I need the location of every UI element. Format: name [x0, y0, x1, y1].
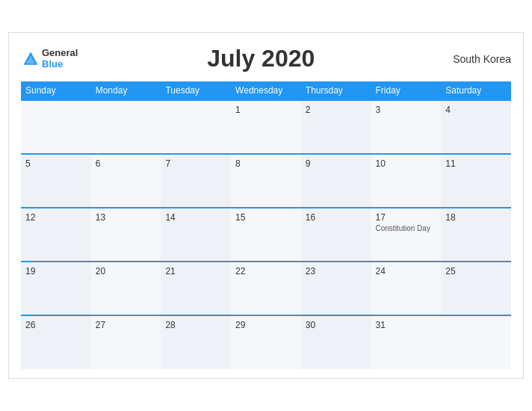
calendar-table: Sunday Monday Tuesday Wednesday Thursday…	[21, 81, 511, 369]
day-number: 7	[165, 158, 226, 169]
day-number: 13	[96, 212, 157, 223]
day-number: 17	[376, 212, 437, 223]
logo-text: General Blue	[42, 48, 78, 69]
day-number: 3	[376, 105, 437, 115]
calendar-day-cell: 8	[231, 154, 301, 208]
day-number: 31	[376, 320, 437, 330]
calendar-day-cell: 5	[21, 154, 91, 208]
header-tuesday: Tuesday	[161, 81, 231, 100]
header-monday: Monday	[91, 81, 161, 100]
day-number: 19	[25, 266, 87, 276]
calendar-day-cell: 20	[91, 262, 161, 315]
calendar-day-cell: 26	[21, 315, 91, 369]
calendar-day-cell: 24	[371, 262, 442, 315]
logo-blue-label: Blue	[42, 59, 78, 69]
day-number: 9	[306, 158, 367, 169]
day-number: 18	[445, 212, 507, 223]
day-number: 2	[306, 105, 367, 115]
day-number: 16	[306, 212, 367, 223]
header-friday: Friday	[371, 81, 442, 100]
day-number: 5	[25, 158, 87, 169]
calendar-day-cell: 21	[161, 262, 231, 315]
calendar-country: South Korea	[444, 53, 511, 65]
calendar-header: General Blue July 2020 South Korea	[21, 45, 511, 72]
day-number: 25	[445, 266, 507, 276]
day-number: 24	[376, 266, 437, 276]
calendar-week-row: 262728293031	[21, 315, 511, 369]
day-number: 23	[306, 266, 367, 276]
calendar-thead: Sunday Monday Tuesday Wednesday Thursday…	[21, 81, 511, 100]
day-number: 20	[96, 266, 157, 276]
logo-general-label: General	[42, 48, 78, 58]
calendar-day-cell: 3	[371, 100, 442, 154]
day-number: 28	[165, 320, 226, 330]
header-saturday: Saturday	[441, 81, 511, 100]
calendar-day-cell: 10	[371, 154, 442, 208]
day-number: 30	[306, 320, 367, 330]
calendar-day-cell: 19	[21, 262, 91, 315]
calendar-container: General Blue July 2020 South Korea Sunda…	[8, 32, 524, 379]
day-number: 4	[445, 105, 507, 115]
day-number: 29	[235, 320, 297, 330]
calendar-day-cell: 27	[91, 315, 161, 369]
day-number: 21	[165, 266, 226, 276]
calendar-tbody: 1234567891011121314151617Constitution Da…	[21, 100, 511, 369]
calendar-day-cell: 28	[161, 315, 231, 369]
calendar-week-row: 1234	[21, 100, 511, 154]
calendar-day-cell: 11	[441, 154, 511, 208]
day-number: 1	[235, 105, 297, 115]
day-number: 8	[235, 158, 297, 169]
calendar-day-cell	[21, 100, 91, 154]
day-number: 27	[96, 320, 157, 330]
logo: General Blue	[21, 48, 78, 69]
day-number: 10	[376, 158, 437, 169]
weekday-header-row: Sunday Monday Tuesday Wednesday Thursday…	[21, 81, 511, 100]
calendar-day-cell: 18	[441, 208, 511, 262]
calendar-day-cell: 29	[231, 315, 301, 369]
header-sunday: Sunday	[21, 81, 91, 100]
day-event: Constitution Day	[376, 224, 437, 232]
day-number: 6	[96, 158, 157, 169]
calendar-title: July 2020	[78, 45, 444, 72]
calendar-day-cell: 30	[301, 315, 371, 369]
calendar-day-cell: 23	[301, 262, 371, 315]
calendar-day-cell: 6	[91, 154, 161, 208]
calendar-day-cell: 22	[231, 262, 301, 315]
calendar-day-cell: 13	[91, 208, 161, 262]
calendar-day-cell	[161, 100, 231, 154]
calendar-day-cell: 31	[371, 315, 442, 369]
calendar-day-cell: 9	[301, 154, 371, 208]
calendar-day-cell: 12	[21, 208, 91, 262]
header-thursday: Thursday	[301, 81, 371, 100]
day-number: 22	[235, 266, 297, 276]
generalblue-icon	[22, 51, 39, 67]
day-number: 26	[25, 320, 87, 330]
calendar-week-row: 19202122232425	[21, 262, 511, 315]
day-number: 14	[165, 212, 226, 223]
calendar-day-cell: 17Constitution Day	[371, 208, 442, 262]
calendar-week-row: 121314151617Constitution Day18	[21, 208, 511, 262]
day-number: 15	[235, 212, 297, 223]
calendar-day-cell	[441, 315, 511, 369]
calendar-day-cell: 25	[441, 262, 511, 315]
calendar-day-cell: 16	[301, 208, 371, 262]
calendar-day-cell: 7	[161, 154, 231, 208]
day-number: 11	[445, 158, 507, 169]
calendar-day-cell: 1	[231, 100, 301, 154]
calendar-day-cell	[91, 100, 161, 154]
calendar-week-row: 567891011	[21, 154, 511, 208]
calendar-day-cell: 2	[301, 100, 371, 154]
day-number: 12	[25, 212, 87, 223]
calendar-day-cell: 4	[441, 100, 511, 154]
calendar-day-cell: 15	[231, 208, 301, 262]
header-wednesday: Wednesday	[231, 81, 301, 100]
calendar-day-cell: 14	[161, 208, 231, 262]
